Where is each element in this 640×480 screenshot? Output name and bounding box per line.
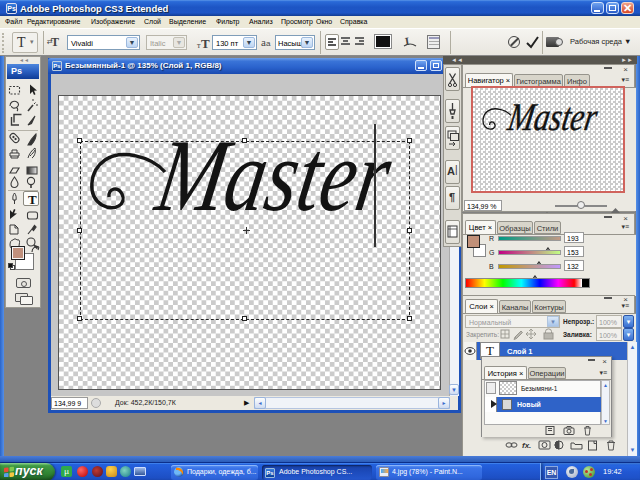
svg-text:fx.: fx. bbox=[522, 441, 531, 450]
svg-text:Master: Master bbox=[504, 95, 601, 139]
